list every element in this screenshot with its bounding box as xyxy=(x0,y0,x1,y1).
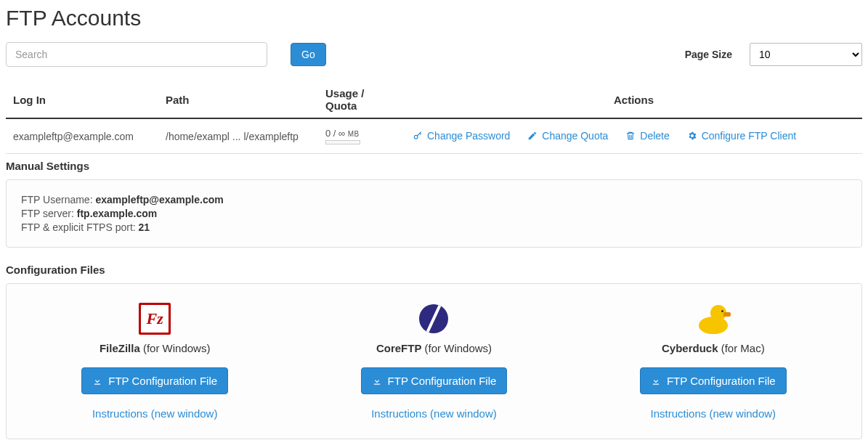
filezilla-icon: Fz xyxy=(28,303,281,335)
delete-link[interactable]: Delete xyxy=(625,130,669,142)
coreftp-icon xyxy=(307,303,560,335)
manual-server: FTP server: ftp.example.com xyxy=(21,208,847,219)
download-icon xyxy=(372,376,382,386)
table-row: exampleftp@example.com /home/exampl ... … xyxy=(6,118,862,154)
client-coreftp: CoreFTP (for Windows) FTP Configuration … xyxy=(300,296,567,427)
svg-point-0 xyxy=(414,135,418,139)
manual-settings-box: FTP Username: exampleftp@example.com FTP… xyxy=(6,179,862,248)
page-title: FTP Accounts xyxy=(6,6,862,30)
client-name-filezilla: FileZilla (for Windows) xyxy=(28,342,281,354)
pencil-icon xyxy=(527,131,538,141)
manual-username: FTP Username: exampleftp@example.com xyxy=(21,194,847,205)
config-files-box: Fz FileZilla (for Windows) FTP Configura… xyxy=(6,283,862,439)
instructions-coreftp-link[interactable]: Instructions (new window) xyxy=(307,407,560,420)
accounts-table: Log In Path Usage / Quota Actions exampl… xyxy=(6,81,862,154)
col-path: Path xyxy=(158,81,318,118)
download-filezilla-button[interactable]: FTP Configuration File xyxy=(81,367,228,394)
cell-path: /home/exampl ... l/exampleftp xyxy=(158,118,318,154)
download-cyberduck-button[interactable]: FTP Configuration File xyxy=(640,367,787,394)
config-files-heading: Configuration Files xyxy=(6,264,862,276)
gear-icon xyxy=(687,131,697,141)
cell-login: exampleftp@example.com xyxy=(6,118,158,154)
manual-settings-heading: Manual Settings xyxy=(6,160,862,172)
cyberduck-icon xyxy=(587,303,840,335)
cell-actions: Change Password Change Quota Delete Conf… xyxy=(405,118,862,154)
change-password-link[interactable]: Change Password xyxy=(413,130,510,142)
page-size-select[interactable]: 10 xyxy=(750,43,862,66)
key-icon xyxy=(413,131,423,141)
client-cyberduck: Cyberduck (for Mac) FTP Configuration Fi… xyxy=(580,296,847,427)
trash-icon xyxy=(625,131,636,141)
configure-link[interactable]: Configure FTP Client xyxy=(687,130,796,142)
search-row: Go Page Size 10 xyxy=(6,42,862,67)
download-coreftp-button[interactable]: FTP Configuration File xyxy=(361,367,508,394)
col-login: Log In xyxy=(6,81,158,118)
col-actions: Actions xyxy=(405,81,862,118)
usage-bar xyxy=(325,140,360,144)
search-input[interactable] xyxy=(6,42,267,67)
download-icon xyxy=(92,376,102,386)
cell-usage: 0 / ∞ MB xyxy=(318,118,405,154)
client-name-coreftp: CoreFTP (for Windows) xyxy=(307,342,560,354)
page-size-label: Page Size xyxy=(685,49,732,60)
change-quota-link[interactable]: Change Quota xyxy=(527,130,608,142)
download-icon xyxy=(651,376,661,386)
instructions-cyberduck-link[interactable]: Instructions (new window) xyxy=(587,407,840,420)
manual-port: FTP & explicit FTPS port: 21 xyxy=(21,221,847,233)
client-name-cyberduck: Cyberduck (for Mac) xyxy=(587,342,840,354)
go-button[interactable]: Go xyxy=(291,43,326,66)
page-size-control: Page Size 10 xyxy=(685,43,862,66)
col-usage: Usage / Quota xyxy=(318,81,405,118)
client-filezilla: Fz FileZilla (for Windows) FTP Configura… xyxy=(21,296,288,427)
instructions-filezilla-link[interactable]: Instructions (new window) xyxy=(28,407,281,420)
